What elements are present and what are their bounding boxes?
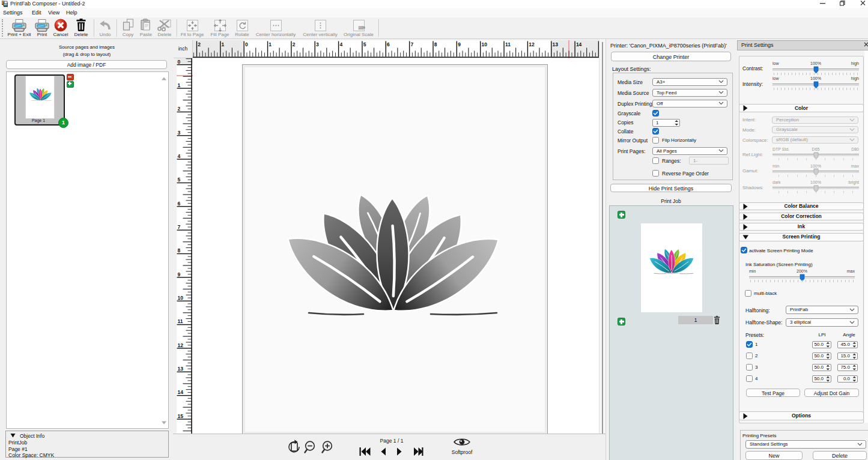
svg-text:4: 4 [178,153,181,159]
svg-text:2: 2 [293,41,296,47]
svg-text:13: 13 [553,41,559,47]
svg-text:7: 7 [410,41,413,47]
svg-text:11: 11 [178,318,183,324]
svg-text:1: 1 [178,82,181,88]
svg-text:9: 9 [178,271,181,277]
svg-text:2: 2 [198,41,201,47]
svg-text:5: 5 [178,177,181,183]
svg-text:100%: 100% [359,26,365,29]
svg-text:3: 3 [316,41,319,47]
svg-text:1: 1 [222,41,225,47]
svg-text:8: 8 [178,247,181,253]
svg-text:15: 15 [178,413,184,419]
svg-text:11: 11 [505,41,511,47]
svg-text:6: 6 [178,201,181,207]
svg-text:3: 3 [178,130,181,136]
svg-text:0: 0 [178,59,181,65]
svg-text:9: 9 [458,41,461,47]
svg-text:14: 14 [178,389,184,395]
svg-text:13: 13 [178,366,184,372]
svg-text:8: 8 [434,41,437,47]
svg-text:6: 6 [387,41,390,47]
svg-text:12: 12 [178,342,184,348]
svg-text:10: 10 [178,295,184,301]
svg-text:7: 7 [178,224,181,230]
svg-text:0: 0 [245,41,248,47]
svg-text:10: 10 [482,41,488,47]
svg-text:1: 1 [269,41,272,47]
svg-text:4: 4 [339,41,342,47]
svg-text:12: 12 [529,41,535,47]
svg-text:14: 14 [576,41,582,47]
svg-text:2: 2 [178,106,181,112]
svg-text:5: 5 [363,41,366,47]
